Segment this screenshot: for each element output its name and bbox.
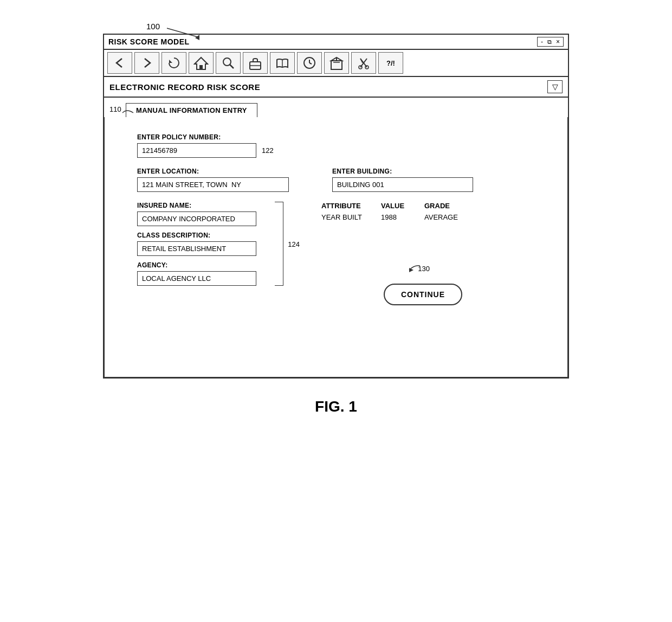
agency-label: AGENCY: [137,261,256,269]
value-col-header: VALUE [381,202,408,210]
arrow-110 [121,107,138,118]
attribute-value: YEAR BUILT [321,213,365,221]
home-button[interactable] [189,52,214,74]
agency-input[interactable] [137,271,256,286]
tab-label: MANUAL INFORMATION ENTRY [136,106,247,114]
class-description-label: CLASS DESCRIPTION: [137,232,256,239]
year-value: 1988 [381,213,408,221]
dropdown-icon: ▽ [552,82,558,91]
grade-col-header: GRADE [424,202,462,210]
building-label: ENTER BUILDING: [332,168,473,175]
close-button[interactable]: × [554,38,561,46]
policy-number-label: ENTER POLICY NUMBER: [137,133,274,141]
restore-button[interactable]: ⧉ [546,39,553,46]
label-124: 124 [288,240,300,248]
attribute-table-header: ATTRIBUTE VALUE GRADE [321,202,462,210]
svg-point-5 [223,58,231,66]
manual-entry-tab[interactable]: MANUAL INFORMATION ENTRY [126,103,257,117]
attribute-table: ATTRIBUTE VALUE GRADE YEAR BUILT 1988 AV… [321,202,462,221]
svg-rect-4 [199,65,203,69]
label-122: 122 [262,146,274,155]
tools-button[interactable] [351,52,376,74]
svg-line-6 [230,65,234,68]
grade-value: AVERAGE [424,213,462,221]
arrow-130 [404,264,425,277]
dropdown-button[interactable]: ▽ [547,80,563,93]
building-input[interactable] [332,177,473,192]
refresh-button[interactable] [161,52,186,74]
continue-button[interactable]: CONTINUE [384,284,462,305]
back-button[interactable] [107,52,132,74]
arrow-100-line [161,24,205,40]
policy-number-row: ENTER POLICY NUMBER: 122 [137,133,535,158]
book-button[interactable] [270,52,295,74]
svg-line-12 [309,63,312,64]
insured-attribute-row: INSURED NAME: CLASS DESCRIPTION: AGENCY:… [137,202,535,305]
package-button[interactable] [324,52,349,74]
main-window: RISK SCORE MODEL - ⧉ × [103,34,569,379]
svg-marker-1 [195,35,199,40]
svg-marker-2 [169,60,172,63]
help-label: ?/! [386,59,395,67]
window-controls[interactable]: - ⧉ × [537,37,564,47]
location-building-row: ENTER LOCATION: ENTER BUILDING: [137,168,535,192]
help-button[interactable]: ?/! [378,52,403,74]
section-header-text: ELECTRONIC RECORD RISK SCORE [109,82,260,92]
toolbar: ?/! [104,50,568,77]
tab-area: 110 MANUAL INFORMATION ENTRY [104,98,568,117]
minimize-button[interactable]: - [539,38,545,46]
location-label: ENTER LOCATION: [137,168,289,175]
svg-line-0 [167,28,199,37]
label-100: 100 [146,22,160,31]
forward-button[interactable] [134,52,159,74]
table-row: YEAR BUILT 1988 AVERAGE [321,213,462,221]
search-button[interactable] [216,52,241,74]
briefcase-button[interactable] [243,52,268,74]
attribute-col-header: ATTRIBUTE [321,202,365,210]
section-header: ELECTRONIC RECORD RISK SCORE ▽ [104,77,568,98]
class-description-input[interactable] [137,241,256,256]
policy-number-input[interactable] [137,143,256,158]
form-area: ENTER POLICY NUMBER: 122 ENTER LOCATION:… [104,117,568,377]
location-input[interactable] [137,177,289,192]
fig-label: FIG. 1 [315,398,357,415]
label-110: 110 [109,105,121,113]
continue-area: 130 CONTINUE [321,265,462,305]
insured-name-input[interactable] [137,211,256,226]
clock-button[interactable] [297,52,322,74]
bracket-124 [275,202,283,286]
insured-name-label: INSURED NAME: [137,202,256,209]
